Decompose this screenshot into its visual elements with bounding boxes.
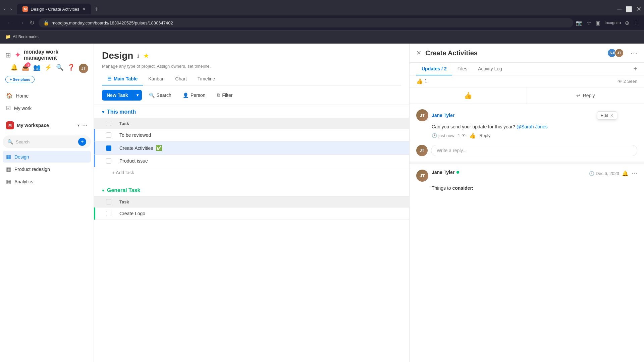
reply-placeholder: Write a reply... [437,148,467,153]
reaction-thumbs-up[interactable]: 👍 1 [416,78,427,84]
team-icon[interactable]: 👥 [33,64,41,73]
thumbs-emoji: 👍 [464,92,472,100]
active-browser-tab[interactable]: Design - Create Activities ✕ [17,4,91,14]
close-window-button[interactable]: ✕ [636,5,641,13]
help-icon[interactable]: ❓ [67,64,75,73]
select-all-checkbox[interactable] [106,121,111,126]
search-toolbar-button[interactable]: 🔍 Search [145,90,176,101]
reply-button[interactable]: ↩ Reply [527,87,644,104]
task-cell-create-activities: Create Activities ✅ [115,141,409,155]
reminder-bell-icon[interactable]: 🔔 [622,170,629,177]
panel-tab-files[interactable]: Files [452,63,473,75]
comment-body: Can you send your update for this year? [432,124,515,129]
add-task-row[interactable]: + Add task [94,167,409,178]
sidebar-item-design[interactable]: ▦ Design [3,151,91,163]
panel-tab-updates[interactable]: Updates / 2 [416,63,452,75]
add-board-button[interactable]: + [78,138,86,146]
sidebar-item-product-redesign[interactable]: ▦ Product redesign [3,163,91,175]
filter-toolbar-label: Filter [222,93,232,98]
menu-icon[interactable]: ⋮ [633,20,639,26]
panel-more-button[interactable]: ⋯ [631,49,637,57]
sidebar-toggle-icon[interactable]: ▣ [595,20,600,26]
table-row[interactable]: Product issue [94,155,409,167]
group-chevron-this-month[interactable]: ▾ [102,109,104,115]
sidebar-search-input[interactable]: Search [16,139,75,144]
tab-forward-chevron[interactable]: › [9,5,13,13]
new-tab-button[interactable]: + [92,4,102,14]
extensions-icon[interactable]: ⊕ [625,20,629,26]
inbox-icon[interactable]: 📥3 [22,64,29,73]
second-comment-block: JT Jane Tyler 🕐 Dec 6, 2023 🔔 ⋯ [410,164,644,197]
row-checkbox-t2[interactable] [106,145,111,151]
tab-close-button[interactable]: ✕ [82,7,86,11]
person-toolbar-button[interactable]: 👤 Person [178,90,210,101]
comment-mention[interactable]: @Sarah Jones [517,124,548,129]
second-comment-name: Jane Tyler [432,170,586,175]
maximize-button[interactable]: ⬜ [626,6,632,12]
panel-close-button[interactable]: ✕ [416,49,421,57]
sidebar-search-icon: 🔍 [7,139,13,144]
row-checkbox-t4[interactable] [106,211,111,216]
edit-close-icon[interactable]: ✕ [610,113,613,118]
notification-bell-icon[interactable]: 🔔 [10,64,18,73]
second-comment-avatar: JT [416,170,428,182]
forward-button[interactable]: → [17,18,25,28]
tab-kanban[interactable]: Kanban [143,73,170,85]
sidebar-item-home[interactable]: 🏠 Home [3,90,91,102]
search-top-icon[interactable]: 🔍 [56,64,63,73]
sidebar-item-my-work[interactable]: ☑ My work [3,102,91,114]
tab-chart[interactable]: Chart [170,73,192,85]
panel-title: Create Activities [425,49,603,57]
board-info-icon[interactable]: ℹ [137,53,139,59]
date-icon: 🕐 [589,171,594,176]
reply-icon: ↩ [576,93,580,98]
refresh-button[interactable]: ↻ [28,18,36,28]
edit-popup: Edit ✕ [597,111,617,120]
screenshot-icon[interactable]: 📷 [576,20,583,26]
row-checkbox-t3[interactable] [106,158,111,164]
edit-label[interactable]: Edit [601,113,608,118]
table-row-general[interactable]: Create Logo [94,207,409,220]
reply-input[interactable]: Write a reply... [431,145,637,156]
tab-main-table[interactable]: ☰ Main Table [102,73,143,85]
row-checkbox-t1[interactable] [106,132,111,138]
new-task-dropdown-arrow[interactable]: ▾ [133,90,142,100]
panel-tab-activity-log[interactable]: Activity Log [473,63,507,75]
new-task-button[interactable]: New Task ▾ [102,90,142,101]
task-column-header: Task [115,118,409,129]
apps-grid-icon[interactable]: ⊞ [5,51,11,59]
comment-reply-link[interactable]: Reply [479,133,490,138]
workspace-more-icon[interactable]: ⋯ [82,122,88,129]
bookmark-star-icon[interactable]: ☆ [587,20,591,26]
select-all-checkbox-general[interactable] [106,199,111,204]
table-row[interactable]: To be reviewed [94,129,409,141]
address-bar[interactable]: 🔒 moodjoy.monday.com/boards/1830420525/p… [39,18,573,27]
right-panel: ✕ Create Activities SJ JT ⋯ Updates / 2 … [409,44,644,362]
thumbs-up-button[interactable]: 👍 [410,87,527,104]
filter-toolbar-button[interactable]: ⧉ Filter [212,89,237,101]
sidebar: ⊞ ✦ monday work management 🔔 📥3 👥 ⚡ 🔍 ❓ … [0,44,94,362]
comment-more-icon[interactable]: ⋯ [631,170,637,177]
main-content: Design ℹ ★ Manage any type of project. A… [94,44,409,362]
panel-tab-add-button[interactable]: + [633,65,637,73]
table-row-selected[interactable]: Create Activities ✅ [94,141,409,155]
activity-log-tab-label: Activity Log [478,66,502,71]
eye-icon: 👁 [462,133,466,138]
tab-timeline[interactable]: Timeline [192,73,220,85]
workspace-header[interactable]: M My workspace ▾ ⋯ [3,119,91,131]
tab-back-chevron[interactable]: ‹ [3,5,7,13]
comment-like-button[interactable]: 👍 [469,132,476,139]
logo-text: monday work management [24,49,88,61]
task-label-create-activities: Create Activities [119,145,153,151]
thumbs-up-emoji: 👍 [416,78,423,84]
add-task-label: + Add task [112,170,134,175]
group-chevron-general[interactable]: ▾ [102,188,104,193]
see-plans-button[interactable]: + See plans [5,76,35,83]
user-avatar[interactable]: JT [79,64,88,73]
files-tab-label: Files [458,66,468,71]
integration-icon[interactable]: ⚡ [45,64,52,73]
board-star-icon[interactable]: ★ [143,52,149,60]
minimize-button[interactable]: ─ [617,6,622,13]
sidebar-item-analytics[interactable]: ▦ Analytics [3,176,91,187]
back-button[interactable]: ← [5,18,14,28]
